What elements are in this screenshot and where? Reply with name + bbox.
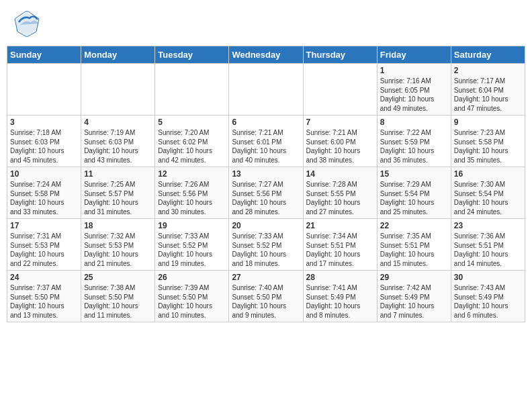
calendar-col-header: Friday: [377, 46, 451, 64]
calendar-col-header: Wednesday: [229, 46, 303, 64]
day-info: Sunrise: 7:26 AM Sunset: 5:56 PM Dayligh…: [158, 180, 226, 216]
day-info: Sunrise: 7:28 AM Sunset: 5:55 PM Dayligh…: [306, 180, 374, 216]
day-number: 17: [10, 221, 78, 230]
day-info: Sunrise: 7:17 AM Sunset: 6:04 PM Dayligh…: [454, 77, 522, 113]
calendar-day-cell: [229, 64, 303, 116]
calendar-day-cell: 20Sunrise: 7:33 AM Sunset: 5:52 PM Dayli…: [229, 219, 303, 271]
calendar-col-header: Monday: [81, 46, 155, 64]
calendar-day-cell: 1Sunrise: 7:16 AM Sunset: 6:05 PM Daylig…: [377, 64, 451, 116]
day-number: 6: [232, 118, 300, 127]
calendar-day-cell: 18Sunrise: 7:32 AM Sunset: 5:53 PM Dayli…: [81, 219, 155, 271]
day-number: 16: [454, 169, 522, 179]
calendar-day-cell: 8Sunrise: 7:22 AM Sunset: 5:59 PM Daylig…: [377, 116, 451, 167]
calendar-day-cell: 28Sunrise: 7:41 AM Sunset: 5:49 PM Dayli…: [303, 271, 377, 322]
day-info: Sunrise: 7:41 AM Sunset: 5:49 PM Dayligh…: [306, 283, 374, 320]
calendar-day-cell: [155, 64, 229, 116]
day-number: 15: [380, 169, 448, 179]
calendar-col-header: Saturday: [451, 46, 525, 64]
day-number: 14: [306, 169, 374, 179]
day-number: 9: [454, 118, 522, 127]
day-info: Sunrise: 7:21 AM Sunset: 6:00 PM Dayligh…: [306, 128, 374, 165]
day-info: Sunrise: 7:21 AM Sunset: 6:01 PM Dayligh…: [232, 128, 300, 165]
calendar-day-cell: 15Sunrise: 7:29 AM Sunset: 5:54 PM Dayli…: [377, 167, 451, 219]
day-number: 5: [158, 118, 226, 127]
calendar-day-cell: 25Sunrise: 7:38 AM Sunset: 5:50 PM Dayli…: [81, 271, 155, 322]
calendar-day-cell: 22Sunrise: 7:35 AM Sunset: 5:51 PM Dayli…: [377, 219, 451, 271]
day-info: Sunrise: 7:25 AM Sunset: 5:57 PM Dayligh…: [84, 180, 152, 216]
calendar-body: 1Sunrise: 7:16 AM Sunset: 6:05 PM Daylig…: [7, 64, 525, 322]
calendar-day-cell: 10Sunrise: 7:24 AM Sunset: 5:58 PM Dayli…: [7, 167, 81, 219]
calendar-day-cell: 27Sunrise: 7:40 AM Sunset: 5:50 PM Dayli…: [229, 271, 303, 322]
calendar-day-cell: 3Sunrise: 7:18 AM Sunset: 6:03 PM Daylig…: [7, 116, 81, 167]
calendar-day-cell: 11Sunrise: 7:25 AM Sunset: 5:57 PM Dayli…: [81, 167, 155, 219]
calendar-table: SundayMondayTuesdayWednesdayThursdayFrid…: [7, 46, 525, 322]
calendar-week-row: 1Sunrise: 7:16 AM Sunset: 6:05 PM Daylig…: [7, 64, 525, 116]
calendar-day-cell: 26Sunrise: 7:39 AM Sunset: 5:50 PM Dayli…: [155, 271, 229, 322]
day-info: Sunrise: 7:23 AM Sunset: 5:58 PM Dayligh…: [454, 128, 522, 165]
day-number: 12: [158, 169, 226, 179]
calendar-day-cell: 17Sunrise: 7:31 AM Sunset: 5:53 PM Dayli…: [7, 219, 81, 271]
calendar-day-cell: 30Sunrise: 7:43 AM Sunset: 5:49 PM Dayli…: [451, 271, 525, 322]
day-info: Sunrise: 7:29 AM Sunset: 5:54 PM Dayligh…: [380, 180, 448, 216]
day-number: 23: [454, 221, 522, 230]
day-number: 3: [10, 118, 78, 127]
day-number: 20: [232, 221, 300, 230]
day-info: Sunrise: 7:22 AM Sunset: 5:59 PM Dayligh…: [380, 128, 448, 165]
calendar-day-cell: [7, 64, 81, 116]
day-number: 10: [10, 169, 78, 179]
day-info: Sunrise: 7:31 AM Sunset: 5:53 PM Dayligh…: [10, 232, 78, 268]
logo-icon: [13, 10, 40, 37]
calendar-day-cell: 6Sunrise: 7:21 AM Sunset: 6:01 PM Daylig…: [229, 116, 303, 167]
calendar-day-cell: [81, 64, 155, 116]
day-number: 28: [306, 273, 374, 282]
day-number: 1: [380, 66, 448, 75]
day-number: 18: [84, 221, 152, 230]
day-info: Sunrise: 7:40 AM Sunset: 5:50 PM Dayligh…: [232, 283, 300, 320]
calendar-week-row: 17Sunrise: 7:31 AM Sunset: 5:53 PM Dayli…: [7, 219, 525, 271]
calendar-header-row: SundayMondayTuesdayWednesdayThursdayFrid…: [7, 46, 525, 64]
page-header: [7, 7, 525, 40]
calendar-day-cell: 19Sunrise: 7:33 AM Sunset: 5:52 PM Dayli…: [155, 219, 229, 271]
day-info: Sunrise: 7:19 AM Sunset: 6:03 PM Dayligh…: [84, 128, 152, 165]
calendar-week-row: 3Sunrise: 7:18 AM Sunset: 6:03 PM Daylig…: [7, 116, 525, 167]
day-number: 30: [454, 273, 522, 282]
calendar-day-cell: 2Sunrise: 7:17 AM Sunset: 6:04 PM Daylig…: [451, 64, 525, 116]
day-info: Sunrise: 7:39 AM Sunset: 5:50 PM Dayligh…: [158, 283, 226, 320]
day-info: Sunrise: 7:27 AM Sunset: 5:56 PM Dayligh…: [232, 180, 300, 216]
day-info: Sunrise: 7:32 AM Sunset: 5:53 PM Dayligh…: [84, 232, 152, 268]
day-number: 29: [380, 273, 448, 282]
day-info: Sunrise: 7:24 AM Sunset: 5:58 PM Dayligh…: [10, 180, 78, 216]
day-info: Sunrise: 7:34 AM Sunset: 5:51 PM Dayligh…: [306, 232, 374, 268]
day-number: 22: [380, 221, 448, 230]
day-number: 25: [84, 273, 152, 282]
calendar-day-cell: 5Sunrise: 7:20 AM Sunset: 6:02 PM Daylig…: [155, 116, 229, 167]
calendar-day-cell: 29Sunrise: 7:42 AM Sunset: 5:49 PM Dayli…: [377, 271, 451, 322]
day-info: Sunrise: 7:35 AM Sunset: 5:51 PM Dayligh…: [380, 232, 448, 268]
day-info: Sunrise: 7:30 AM Sunset: 5:54 PM Dayligh…: [454, 180, 522, 216]
calendar-day-cell: [303, 64, 377, 116]
day-info: Sunrise: 7:33 AM Sunset: 5:52 PM Dayligh…: [158, 232, 226, 268]
calendar-week-row: 24Sunrise: 7:37 AM Sunset: 5:50 PM Dayli…: [7, 271, 525, 322]
calendar-day-cell: 13Sunrise: 7:27 AM Sunset: 5:56 PM Dayli…: [229, 167, 303, 219]
day-number: 27: [232, 273, 300, 282]
day-number: 26: [158, 273, 226, 282]
day-number: 4: [84, 118, 152, 127]
day-info: Sunrise: 7:18 AM Sunset: 6:03 PM Dayligh…: [10, 128, 78, 165]
day-info: Sunrise: 7:37 AM Sunset: 5:50 PM Dayligh…: [10, 283, 78, 320]
logo: [13, 10, 44, 37]
day-info: Sunrise: 7:38 AM Sunset: 5:50 PM Dayligh…: [84, 283, 152, 320]
calendar-day-cell: 4Sunrise: 7:19 AM Sunset: 6:03 PM Daylig…: [81, 116, 155, 167]
calendar-day-cell: 12Sunrise: 7:26 AM Sunset: 5:56 PM Dayli…: [155, 167, 229, 219]
day-number: 2: [454, 66, 522, 75]
day-info: Sunrise: 7:42 AM Sunset: 5:49 PM Dayligh…: [380, 283, 448, 320]
calendar-col-header: Sunday: [7, 46, 81, 64]
day-info: Sunrise: 7:33 AM Sunset: 5:52 PM Dayligh…: [232, 232, 300, 268]
calendar-day-cell: 14Sunrise: 7:28 AM Sunset: 5:55 PM Dayli…: [303, 167, 377, 219]
calendar-week-row: 10Sunrise: 7:24 AM Sunset: 5:58 PM Dayli…: [7, 167, 525, 219]
day-info: Sunrise: 7:43 AM Sunset: 5:49 PM Dayligh…: [454, 283, 522, 320]
day-number: 24: [10, 273, 78, 282]
day-number: 21: [306, 221, 374, 230]
day-info: Sunrise: 7:20 AM Sunset: 6:02 PM Dayligh…: [158, 128, 226, 165]
day-number: 7: [306, 118, 374, 127]
day-number: 8: [380, 118, 448, 127]
